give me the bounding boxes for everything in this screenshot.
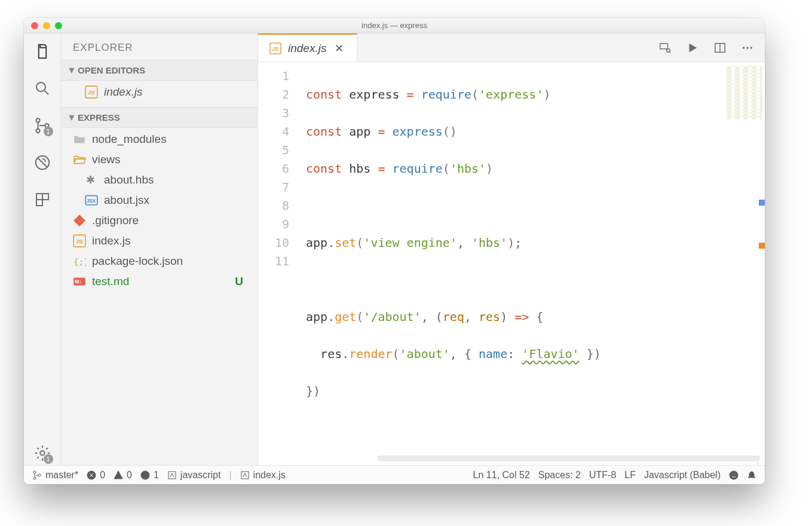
- svg-point-36: [732, 473, 733, 475]
- svg-text:JS: JS: [272, 46, 278, 52]
- folder-views[interactable]: views: [61, 149, 258, 170]
- chevron-down-icon: ▶: [68, 115, 76, 120]
- notifications-icon[interactable]: [747, 470, 756, 480]
- file-label: package-lock.json: [92, 255, 183, 268]
- svg-rect-5: [36, 194, 42, 200]
- more-actions-icon[interactable]: [741, 41, 754, 54]
- svg-point-24: [743, 47, 744, 48]
- svg-text:i: i: [144, 472, 145, 479]
- svg-point-1: [36, 118, 39, 122]
- js-file-icon: JS: [85, 85, 98, 99]
- file-label: .gitignore: [92, 214, 139, 227]
- line-gutter: 1 2 3 4 5 6 7 8 9 10 11: [258, 62, 300, 465]
- debug-activity-icon[interactable]: [30, 151, 54, 175]
- svg-rect-7: [36, 200, 42, 206]
- errors-status[interactable]: 0: [87, 470, 105, 481]
- eslint-file: index.js: [253, 470, 286, 481]
- eslint-scope-status[interactable]: javascript: [167, 470, 221, 481]
- folder-open-icon: [73, 153, 86, 166]
- line-number: 1: [258, 67, 289, 85]
- svg-point-35: [730, 471, 738, 479]
- status-bar: master* 0 0 i 1 javascript | index.js Ln…: [24, 465, 765, 484]
- sidebar-title: EXPLORER: [61, 33, 258, 60]
- overview-ruler[interactable]: [756, 62, 765, 448]
- line-number: 6: [258, 160, 289, 178]
- line-number: 3: [258, 104, 289, 123]
- info-status[interactable]: i 1: [140, 470, 159, 481]
- folder-icon: [73, 133, 86, 146]
- project-tree: node_modules views ✱ about.hbs JSX about…: [61, 128, 258, 296]
- window-title: index.js — express: [24, 21, 765, 30]
- file-index-js[interactable]: JS index.js: [61, 231, 258, 251]
- settings-badge: 1: [44, 454, 53, 464]
- eslint-file-status[interactable]: index.js: [240, 470, 286, 481]
- folder-node-modules[interactable]: node_modules: [61, 129, 258, 149]
- svg-rect-6: [42, 194, 48, 200]
- svg-point-28: [33, 477, 36, 479]
- branch-name: master*: [45, 470, 78, 481]
- scm-badge: 1: [44, 127, 53, 136]
- svg-rect-21: [660, 43, 668, 48]
- svg-text:M↓: M↓: [75, 279, 82, 285]
- settings-activity-icon[interactable]: 1: [30, 441, 54, 465]
- js-file-icon: JS: [73, 234, 86, 247]
- horizontal-scrollbar[interactable]: [300, 452, 756, 465]
- warning-count: 0: [127, 470, 132, 481]
- app-window: index.js — express 1 1: [24, 18, 765, 484]
- info-count: 1: [154, 470, 159, 481]
- open-editor-filename: index.js: [104, 85, 142, 99]
- warnings-status[interactable]: 0: [114, 470, 132, 481]
- file-label: test.md: [92, 275, 129, 288]
- svg-point-29: [38, 474, 41, 476]
- file-package-lock[interactable]: {;} package-lock.json: [61, 251, 258, 271]
- find-replace-icon[interactable]: [658, 41, 672, 54]
- language-mode-status[interactable]: Javascript (Babel): [644, 470, 721, 481]
- editor-group: JS index.js ✕ 1 2 3 4 5 6: [258, 33, 765, 465]
- jsx-file-icon: JSX: [85, 194, 98, 207]
- project-header[interactable]: ▶ EXPRESS: [61, 107, 258, 128]
- open-editors-header[interactable]: ▶ OPEN EDITORS: [61, 60, 258, 81]
- titlebar: index.js — express: [24, 18, 765, 33]
- file-label: node_modules: [92, 133, 167, 146]
- encoding-status[interactable]: UTF-8: [589, 470, 616, 481]
- separator: |: [229, 470, 231, 481]
- explorer-activity-icon[interactable]: [30, 39, 54, 63]
- eol-status[interactable]: LF: [624, 470, 636, 481]
- split-editor-icon[interactable]: [713, 41, 727, 54]
- cursor-position-status[interactable]: Ln 11, Col 52: [473, 470, 530, 481]
- code-editor[interactable]: 1 2 3 4 5 6 7 8 9 10 11 const express = …: [258, 62, 765, 465]
- svg-point-25: [746, 47, 748, 48]
- extensions-activity-icon[interactable]: [30, 188, 54, 212]
- scrollbar-thumb[interactable]: [378, 455, 760, 461]
- activity-bar: 1 1: [24, 33, 61, 465]
- code-content[interactable]: const express = require('express') const…: [300, 62, 765, 465]
- run-icon[interactable]: [686, 41, 699, 54]
- chevron-down-icon: ▶: [68, 68, 76, 73]
- open-editor-item[interactable]: JS index.js: [61, 82, 258, 102]
- line-number: 9: [258, 215, 289, 234]
- md-file-icon: M↓: [73, 275, 86, 288]
- file-about-hbs[interactable]: ✱ about.hbs: [61, 170, 258, 190]
- file-about-jsx[interactable]: JSX about.jsx: [61, 190, 258, 210]
- feedback-icon[interactable]: [729, 470, 739, 480]
- search-activity-icon[interactable]: [30, 77, 54, 100]
- tab-index-js[interactable]: JS index.js ✕: [258, 33, 357, 62]
- file-label: about.jsx: [104, 194, 149, 207]
- open-editors-list: JS index.js: [61, 81, 258, 107]
- line-number: 5: [258, 141, 289, 160]
- close-tab-icon[interactable]: ✕: [332, 41, 346, 56]
- file-gitignore[interactable]: .gitignore: [61, 210, 258, 231]
- line-number: 7: [258, 178, 289, 197]
- overview-marker: [759, 200, 765, 206]
- line-number: 2: [258, 85, 289, 104]
- svg-point-27: [33, 471, 36, 473]
- svg-point-26: [750, 47, 752, 48]
- indentation-status[interactable]: Spaces: 2: [538, 470, 581, 481]
- overview-marker: [759, 243, 765, 249]
- source-control-activity-icon[interactable]: 1: [30, 114, 54, 137]
- file-label: about.hbs: [104, 173, 154, 186]
- git-branch-status[interactable]: master*: [32, 470, 78, 481]
- file-test-md[interactable]: M↓ test.md U: [61, 271, 258, 292]
- line-number: 8: [258, 197, 289, 215]
- editor-toolbar: [658, 33, 765, 62]
